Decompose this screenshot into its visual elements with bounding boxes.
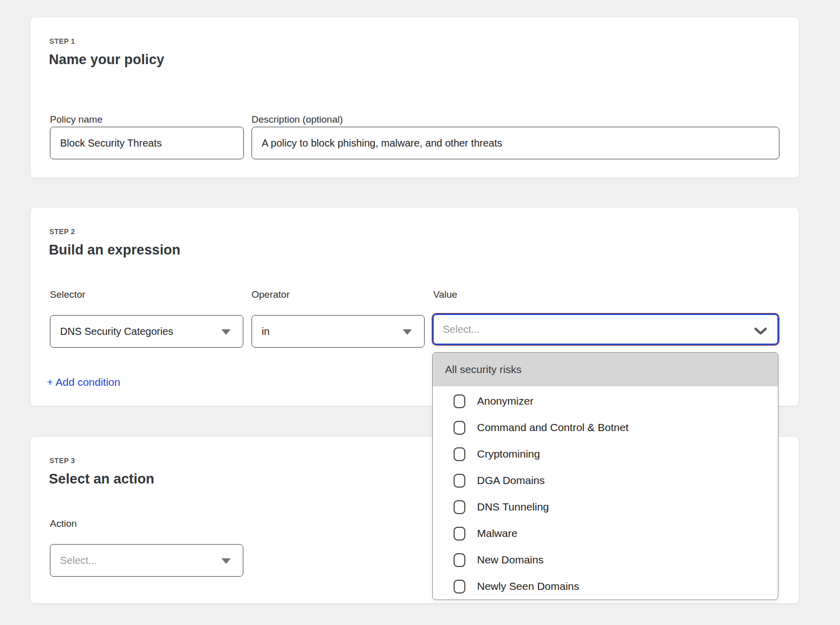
step1-title: Name your policy — [49, 52, 164, 68]
policy-name-label: Policy name — [50, 114, 103, 125]
option-label: New Domains — [477, 554, 544, 566]
option-label: Newly Seen Domains — [477, 580, 579, 592]
operator-label: Operator — [251, 289, 290, 300]
value-label: Value — [433, 289, 457, 300]
value-dropdown-panel: All security risks Anonymizer Command an… — [432, 352, 778, 600]
dropdown-option-new-domains[interactable]: New Domains — [433, 547, 778, 573]
option-checkbox[interactable] — [454, 553, 465, 567]
chevron-down-icon — [754, 326, 767, 337]
add-condition-link[interactable]: + Add condition — [47, 376, 120, 388]
dropdown-option-newly-seen-domains[interactable]: Newly Seen Domains — [433, 573, 778, 600]
action-select-placeholder: Select... — [60, 555, 97, 566]
dropdown-options-list: Anonymizer Command and Control & Botnet … — [433, 386, 778, 600]
description-label: Description (optional) — [251, 114, 343, 125]
dropdown-option-command-and-control-botnet[interactable]: Command and Control & Botnet — [433, 414, 778, 441]
option-checkbox[interactable] — [454, 527, 465, 541]
option-label: DGA Domains — [477, 474, 545, 487]
step3-title: Select an action — [49, 471, 154, 487]
dropdown-option-anonymizer[interactable]: Anonymizer — [433, 388, 778, 414]
dropdown-group-header: All security risks — [433, 353, 778, 386]
selector-select-value: DNS Security Categories — [60, 326, 173, 337]
step3-step-label: STEP 3 — [49, 457, 75, 465]
selector-label: Selector — [50, 289, 86, 300]
step1-card: STEP 1 Name your policy Policy name Desc… — [30, 17, 799, 178]
dropdown-arrow-icon — [221, 558, 231, 564]
action-select[interactable]: Select... — [50, 544, 243, 577]
step2-title: Build an expression — [49, 242, 180, 258]
option-checkbox[interactable] — [454, 474, 465, 488]
dropdown-option-malware[interactable]: Malware — [433, 520, 778, 547]
value-select-placeholder: Select... — [443, 324, 480, 335]
option-label: Cryptomining — [477, 448, 540, 460]
operator-select[interactable]: in — [251, 315, 425, 348]
step2-step-label: STEP 2 — [49, 228, 75, 236]
action-label: Action — [50, 518, 77, 529]
option-label: Command and Control & Botnet — [477, 421, 629, 434]
step1-step-label: STEP 1 — [49, 37, 75, 45]
option-checkbox[interactable] — [454, 580, 465, 593]
selector-select[interactable]: DNS Security Categories — [50, 315, 243, 348]
option-label: Malware — [477, 527, 517, 539]
dropdown-option-dns-tunneling[interactable]: DNS Tunneling — [433, 494, 778, 520]
value-select[interactable]: Select... — [432, 314, 779, 345]
dropdown-arrow-icon — [403, 329, 412, 335]
option-checkbox[interactable] — [454, 500, 465, 514]
option-checkbox[interactable] — [454, 447, 465, 461]
dropdown-option-dga-domains[interactable]: DGA Domains — [433, 467, 778, 494]
option-label: Anonymizer — [477, 395, 534, 407]
description-input[interactable] — [251, 127, 779, 159]
option-checkbox[interactable] — [454, 394, 465, 408]
operator-select-value: in — [262, 326, 270, 337]
policy-name-input[interactable] — [50, 127, 244, 159]
policy-builder-page: STEP 1 Name your policy Policy name Desc… — [0, 0, 840, 625]
option-checkbox[interactable] — [454, 421, 465, 435]
dropdown-arrow-icon — [221, 329, 231, 335]
dropdown-option-cryptomining[interactable]: Cryptomining — [433, 441, 778, 467]
option-label: DNS Tunneling — [477, 501, 549, 513]
